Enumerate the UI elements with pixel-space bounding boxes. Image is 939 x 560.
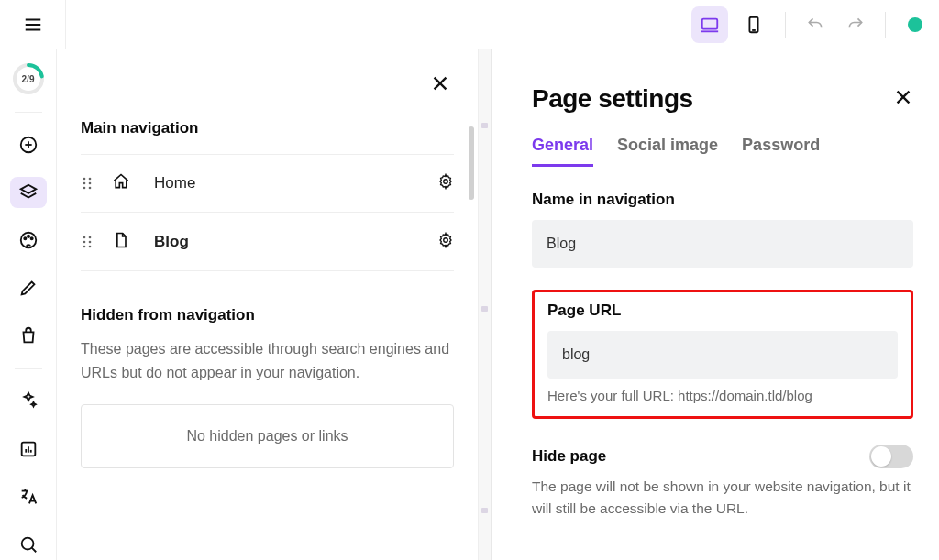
top-bar <box>0 0 939 49</box>
progress-label: 2/9 <box>12 62 45 95</box>
design-button[interactable] <box>10 225 47 256</box>
svg-point-34 <box>89 240 92 243</box>
nav-row-home[interactable]: Home <box>81 154 454 213</box>
url-label: Page URL <box>547 302 898 320</box>
svg-point-37 <box>444 237 448 242</box>
page-settings-panel: Page settings General Social image Passw… <box>492 49 939 560</box>
svg-point-35 <box>83 245 86 247</box>
home-icon <box>112 172 130 194</box>
undo-button[interactable] <box>799 8 832 41</box>
tab-password[interactable]: Password <box>742 136 820 167</box>
search-button[interactable] <box>10 529 47 560</box>
main-nav-heading: Main navigation <box>81 119 454 137</box>
svg-line-21 <box>31 548 36 553</box>
pages-panel: Main navigation Home Blog Hidden from na… <box>57 49 479 560</box>
tab-general[interactable]: General <box>532 136 593 167</box>
top-controls <box>691 6 939 43</box>
edit-button[interactable] <box>10 272 47 303</box>
svg-point-30 <box>444 180 448 184</box>
tool-rail: 2/9 <box>0 49 57 560</box>
svg-point-14 <box>27 236 28 237</box>
nav-row-blog[interactable]: Blog <box>81 213 454 271</box>
page-label: Home <box>154 174 419 192</box>
svg-point-25 <box>89 178 92 181</box>
svg-point-29 <box>89 187 92 190</box>
status-indicator <box>908 17 922 32</box>
hide-page-toggle[interactable] <box>869 445 913 468</box>
add-button[interactable] <box>10 129 47 160</box>
page-settings-button[interactable] <box>437 232 454 252</box>
panel-scrollbar[interactable] <box>469 108 474 560</box>
settings-title: Page settings <box>532 84 693 114</box>
hidden-empty-label: No hidden pages or links <box>186 428 348 445</box>
page-settings-button[interactable] <box>437 173 454 193</box>
svg-rect-3 <box>702 18 718 28</box>
url-input[interactable] <box>547 331 898 379</box>
svg-point-26 <box>83 182 86 185</box>
page-label: Blog <box>154 233 419 251</box>
name-label: Name in navigation <box>532 191 913 209</box>
svg-point-24 <box>83 178 86 181</box>
panel-close-button[interactable] <box>430 73 450 97</box>
pages-button[interactable] <box>10 177 47 208</box>
settings-tabs: General Social image Password <box>532 136 913 167</box>
url-note: Here's your full URL: https://domain.tld… <box>547 388 898 403</box>
progress-indicator[interactable]: 2/9 <box>12 62 45 95</box>
url-highlight-box: Page URL Here's your full URL: https://d… <box>532 290 913 419</box>
hidden-nav-help: These pages are accessible through searc… <box>81 337 454 384</box>
store-button[interactable] <box>10 320 47 351</box>
drag-handle-icon[interactable] <box>81 236 94 248</box>
ai-button[interactable] <box>10 385 47 416</box>
svg-point-27 <box>89 182 92 185</box>
hidden-empty-state: No hidden pages or links <box>81 404 454 468</box>
svg-point-32 <box>89 236 92 238</box>
drag-handle-icon[interactable] <box>81 177 94 190</box>
name-field-block: Name in navigation <box>532 191 913 268</box>
redo-button[interactable] <box>839 8 872 41</box>
settings-close-button[interactable] <box>893 87 913 111</box>
svg-point-13 <box>24 237 26 239</box>
desktop-view-button[interactable] <box>691 6 728 43</box>
file-icon <box>112 231 130 253</box>
name-input[interactable] <box>532 220 913 268</box>
svg-point-36 <box>89 245 92 247</box>
svg-point-20 <box>21 538 33 550</box>
translate-button[interactable] <box>10 481 47 512</box>
hide-page-row: Hide page <box>532 445 913 468</box>
svg-point-28 <box>83 187 86 190</box>
hide-page-description: The page will not be shown in your websi… <box>532 476 913 520</box>
menu-button[interactable] <box>0 0 66 49</box>
mobile-view-button[interactable] <box>735 6 772 43</box>
hide-page-label: Hide page <box>532 447 606 466</box>
svg-point-33 <box>83 240 86 243</box>
svg-point-31 <box>83 236 86 238</box>
hidden-nav-heading: Hidden from navigation <box>81 306 454 324</box>
nav-list: Home Blog <box>81 154 454 271</box>
tab-social-image[interactable]: Social image <box>617 136 718 167</box>
stats-button[interactable] <box>10 434 47 465</box>
svg-point-15 <box>30 237 32 239</box>
canvas-sliver <box>479 49 492 560</box>
